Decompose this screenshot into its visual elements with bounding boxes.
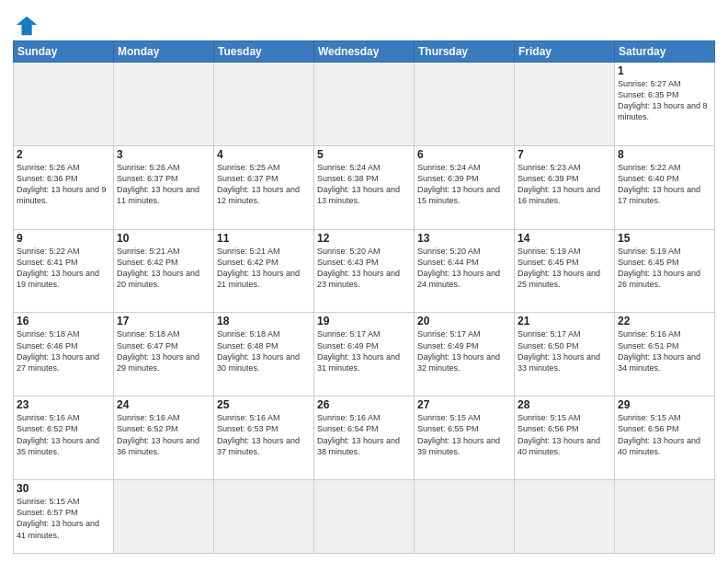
day-info: Sunrise: 5:26 AM Sunset: 6:36 PM Dayligh… [17,162,110,207]
calendar-cell: 30Sunrise: 5:15 AM Sunset: 6:57 PM Dayli… [14,480,114,554]
calendar-cell [415,63,515,146]
calendar-cell: 22Sunrise: 5:16 AM Sunset: 6:51 PM Dayli… [615,313,715,396]
day-info: Sunrise: 5:17 AM Sunset: 6:49 PM Dayligh… [317,328,411,373]
day-info: Sunrise: 5:16 AM Sunset: 6:53 PM Dayligh… [217,412,311,457]
calendar-cell: 14Sunrise: 5:19 AM Sunset: 6:45 PM Dayli… [515,229,615,313]
calendar-cell [314,480,415,554]
logo-icon [15,13,40,39]
day-number: 29 [618,398,711,411]
calendar-cell: 24Sunrise: 5:16 AM Sunset: 6:52 PM Dayli… [114,396,214,480]
calendar-cell [415,480,515,554]
calendar-cell: 7Sunrise: 5:23 AM Sunset: 6:39 PM Daylig… [515,145,615,229]
day-info: Sunrise: 5:19 AM Sunset: 6:45 PM Dayligh… [518,246,611,291]
calendar-cell [214,480,314,554]
day-number: 10 [117,232,210,245]
calendar-cell: 10Sunrise: 5:21 AM Sunset: 6:42 PM Dayli… [114,229,214,313]
day-info: Sunrise: 5:16 AM Sunset: 6:52 PM Dayligh… [17,412,110,457]
day-number: 19 [317,315,411,327]
week-row-5: 23Sunrise: 5:16 AM Sunset: 6:52 PM Dayli… [14,396,715,480]
calendar-cell: 25Sunrise: 5:16 AM Sunset: 6:53 PM Dayli… [214,396,314,480]
day-info: Sunrise: 5:26 AM Sunset: 6:37 PM Dayligh… [117,162,210,207]
calendar-cell [114,63,214,146]
calendar-cell: 6Sunrise: 5:24 AM Sunset: 6:39 PM Daylig… [415,145,515,229]
calendar-cell: 11Sunrise: 5:21 AM Sunset: 6:42 PM Dayli… [214,229,314,313]
week-row-6: 30Sunrise: 5:15 AM Sunset: 6:57 PM Dayli… [14,480,715,554]
calendar-cell: 12Sunrise: 5:20 AM Sunset: 6:43 PM Dayli… [314,229,415,313]
weekday-saturday: Saturday [615,41,715,63]
calendar-cell: 19Sunrise: 5:17 AM Sunset: 6:49 PM Dayli… [314,313,415,396]
calendar-cell: 29Sunrise: 5:15 AM Sunset: 6:56 PM Dayli… [615,396,715,480]
calendar-cell: 8Sunrise: 5:22 AM Sunset: 6:40 PM Daylig… [615,145,715,229]
day-number: 7 [518,148,611,161]
weekday-wednesday: Wednesday [314,41,415,63]
day-number: 20 [417,315,511,327]
weekday-tuesday: Tuesday [214,41,314,63]
weekday-sunday: Sunday [14,41,114,63]
day-info: Sunrise: 5:20 AM Sunset: 6:44 PM Dayligh… [417,246,511,291]
day-info: Sunrise: 5:25 AM Sunset: 6:37 PM Dayligh… [217,162,311,207]
calendar-cell [615,480,715,554]
calendar-cell: 20Sunrise: 5:17 AM Sunset: 6:49 PM Dayli… [415,313,515,396]
calendar-cell: 27Sunrise: 5:15 AM Sunset: 6:55 PM Dayli… [415,396,515,480]
day-number: 6 [417,148,511,161]
day-info: Sunrise: 5:17 AM Sunset: 6:50 PM Dayligh… [518,328,611,373]
calendar-cell: 4Sunrise: 5:25 AM Sunset: 6:37 PM Daylig… [214,145,314,229]
weekday-thursday: Thursday [415,41,515,63]
day-info: Sunrise: 5:18 AM Sunset: 6:47 PM Dayligh… [117,328,210,373]
week-row-4: 16Sunrise: 5:18 AM Sunset: 6:46 PM Dayli… [14,313,715,396]
calendar-cell: 5Sunrise: 5:24 AM Sunset: 6:38 PM Daylig… [314,145,415,229]
day-number: 24 [117,398,210,411]
calendar-cell: 18Sunrise: 5:18 AM Sunset: 6:48 PM Dayli… [214,313,314,396]
svg-marker-0 [17,17,37,36]
week-row-2: 2Sunrise: 5:26 AM Sunset: 6:36 PM Daylig… [14,145,715,229]
day-info: Sunrise: 5:24 AM Sunset: 6:39 PM Dayligh… [417,162,511,207]
day-number: 21 [518,315,611,327]
calendar: SundayMondayTuesdayWednesdayThursdayFrid… [13,40,715,554]
day-info: Sunrise: 5:15 AM Sunset: 6:56 PM Dayligh… [518,412,611,457]
day-info: Sunrise: 5:20 AM Sunset: 6:43 PM Dayligh… [317,246,411,291]
day-number: 16 [17,315,110,327]
day-number: 14 [518,232,611,245]
calendar-cell: 1Sunrise: 5:27 AM Sunset: 6:35 PM Daylig… [615,63,715,146]
weekday-header-row: SundayMondayTuesdayWednesdayThursdayFrid… [14,41,715,63]
calendar-cell: 23Sunrise: 5:16 AM Sunset: 6:52 PM Dayli… [14,396,114,480]
calendar-cell: 3Sunrise: 5:26 AM Sunset: 6:37 PM Daylig… [114,145,214,229]
calendar-cell [515,63,615,146]
calendar-cell [214,63,314,146]
calendar-cell: 17Sunrise: 5:18 AM Sunset: 6:47 PM Dayli… [114,313,214,396]
day-number: 12 [317,232,411,245]
day-number: 28 [518,398,611,411]
day-info: Sunrise: 5:23 AM Sunset: 6:39 PM Dayligh… [518,162,611,207]
day-info: Sunrise: 5:15 AM Sunset: 6:55 PM Dayligh… [417,412,511,457]
day-number: 2 [17,148,110,161]
calendar-cell: 21Sunrise: 5:17 AM Sunset: 6:50 PM Dayli… [515,313,615,396]
calendar-cell: 2Sunrise: 5:26 AM Sunset: 6:36 PM Daylig… [14,145,114,229]
day-number: 4 [217,148,311,161]
weekday-friday: Friday [515,41,615,63]
calendar-cell [314,63,415,146]
week-row-3: 9Sunrise: 5:22 AM Sunset: 6:41 PM Daylig… [14,229,715,313]
logo [13,13,40,35]
day-number: 26 [317,398,411,411]
day-number: 23 [17,398,110,411]
day-info: Sunrise: 5:16 AM Sunset: 6:52 PM Dayligh… [117,412,210,457]
day-number: 1 [618,64,711,77]
calendar-cell [114,480,214,554]
day-number: 5 [317,148,411,161]
day-number: 25 [217,398,311,411]
day-number: 22 [618,315,711,327]
week-row-1: 1Sunrise: 5:27 AM Sunset: 6:35 PM Daylig… [14,63,715,146]
day-info: Sunrise: 5:17 AM Sunset: 6:49 PM Dayligh… [417,328,511,373]
day-number: 30 [17,482,110,495]
day-info: Sunrise: 5:27 AM Sunset: 6:35 PM Dayligh… [618,78,711,123]
day-number: 17 [117,315,210,327]
header [13,9,715,35]
day-number: 11 [217,232,311,245]
day-info: Sunrise: 5:19 AM Sunset: 6:45 PM Dayligh… [618,246,711,291]
calendar-cell: 13Sunrise: 5:20 AM Sunset: 6:44 PM Dayli… [415,229,515,313]
day-info: Sunrise: 5:16 AM Sunset: 6:54 PM Dayligh… [317,412,411,457]
day-number: 8 [618,148,711,161]
day-number: 9 [17,232,110,245]
calendar-cell: 26Sunrise: 5:16 AM Sunset: 6:54 PM Dayli… [314,396,415,480]
day-number: 27 [417,398,511,411]
